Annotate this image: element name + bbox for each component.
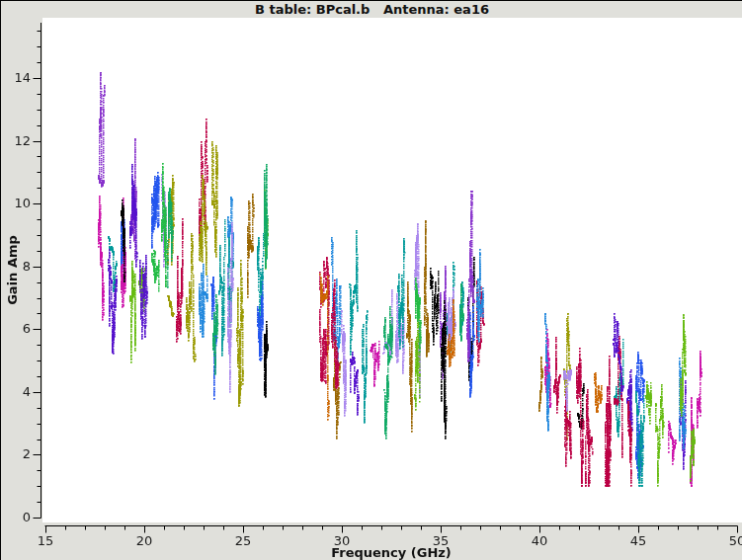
y-tick-label: 6 [5, 322, 31, 336]
y-tick-label: 2 [5, 447, 31, 461]
x-tick-label: 20 [136, 534, 153, 548]
y-tick-label: 0 [5, 511, 31, 524]
x-tick-label: 40 [532, 534, 548, 548]
x-tick-label: 15 [38, 534, 54, 548]
y-tick-label: 12 [5, 134, 31, 148]
x-tick-label: 35 [433, 534, 450, 548]
plot-canvas[interactable] [1, 1, 742, 560]
y-tick-label: 14 [5, 71, 31, 85]
y-tick-label: 4 [5, 385, 31, 399]
x-tick-label: 25 [235, 534, 252, 548]
y-tick-label: 10 [5, 197, 31, 210]
y-tick-label: 8 [5, 260, 31, 274]
x-tick-label: 45 [630, 534, 647, 548]
x-tick-label: 30 [334, 534, 351, 548]
x-tick-label: 50 [729, 534, 742, 548]
plot-window: { "window": { "title": "B table: BPcal.b… [0, 0, 742, 560]
